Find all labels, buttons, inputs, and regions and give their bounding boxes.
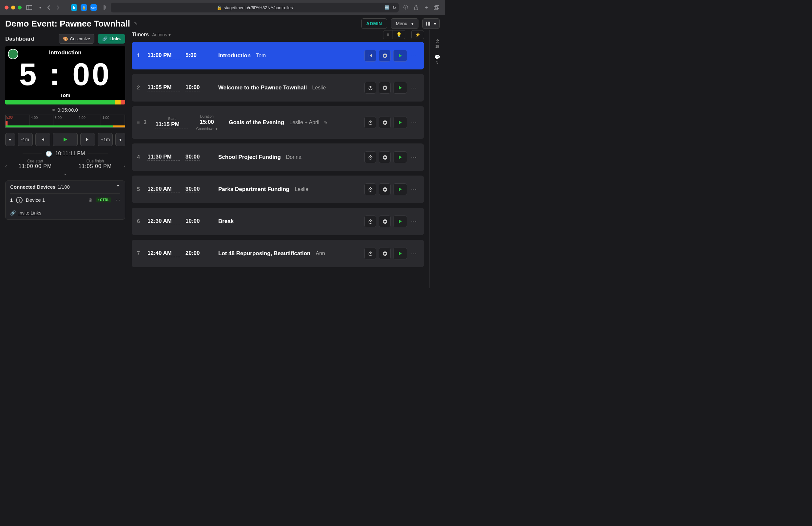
row-more[interactable]: ⋯: [410, 52, 419, 59]
settings-button[interactable]: [379, 82, 391, 94]
timer-row[interactable]: 1 11:00 PM 5:00 Introduction Tom ⋯: [132, 42, 424, 70]
timer-row[interactable]: 2 11:05 PM 10:00 Welcome to the Pawnee T…: [132, 74, 424, 102]
play-button[interactable]: [53, 133, 78, 146]
row-more[interactable]: ⋯: [410, 218, 419, 225]
stopwatch-button[interactable]: [364, 82, 376, 94]
row-more[interactable]: ⋯: [410, 84, 419, 91]
timer-row[interactable]: 7 12:40 AM 20:00 Lot 48 Repurposing, Bea…: [132, 240, 424, 267]
reset-button[interactable]: [364, 50, 376, 62]
timer-row[interactable]: 4 11:30 PM 30:00 School Project Funding …: [132, 144, 424, 171]
timer-title: Introduction: [218, 53, 251, 59]
stopwatch-button[interactable]: [364, 117, 376, 128]
next-cue-button[interactable]: [80, 133, 95, 146]
stopwatch-button[interactable]: [364, 216, 376, 227]
svg-rect-0: [27, 5, 32, 10]
tick-label: 5:00: [6, 116, 12, 119]
maximize-window[interactable]: [18, 5, 21, 10]
mini-timeline[interactable]: 5:00 4:00 3:00 2:00 1:00: [5, 115, 125, 128]
timer-row[interactable]: ≡ 3 Start 11:15 PM Duration 15:00 Countd…: [132, 106, 424, 139]
timer-preview: Introduction 5 : 00 Tom: [5, 46, 125, 104]
minus-dropdown[interactable]: ▾: [5, 133, 15, 146]
timer-start: 12:30 AM: [147, 218, 180, 225]
tab-dropdown[interactable]: [37, 4, 43, 11]
timers-actions[interactable]: Actions ▾: [152, 32, 171, 37]
ext-privacy-icon[interactable]: 🔒: [81, 4, 87, 11]
event-title: Demo Event: Pawnee Townhall: [5, 19, 130, 29]
row-play-button[interactable]: [393, 184, 407, 195]
settings-button[interactable]: [379, 117, 391, 128]
customize-button[interactable]: 🎨 Customize: [59, 34, 95, 44]
timer-row[interactable]: 6 12:30 AM 10:00 Break ⋯: [132, 208, 424, 235]
row-play-button[interactable]: [393, 216, 407, 227]
menu-button[interactable]: Menu▾: [391, 18, 418, 29]
row-play-button[interactable]: [393, 248, 407, 259]
edit-icon[interactable]: ✎: [324, 120, 328, 125]
minimize-window[interactable]: [11, 5, 15, 10]
reload-icon[interactable]: ↻: [393, 5, 396, 10]
edit-title-icon[interactable]: ✎: [134, 21, 138, 26]
stopwatch-button[interactable]: [364, 248, 376, 259]
settings-button[interactable]: [379, 184, 391, 195]
invite-links[interactable]: 🔗 Invite Links: [10, 207, 120, 216]
timer-title: Break: [218, 218, 234, 225]
url-text: stagetimer.io/r/6PAH8ZNA/controller/: [224, 5, 293, 10]
settings-button[interactable]: [379, 216, 391, 227]
row-play-button[interactable]: [393, 151, 407, 163]
device-badge: CTRL: [96, 198, 111, 202]
timer-title: School Project Funding: [218, 154, 281, 160]
elapsed-time: 0:05:00.0: [57, 107, 78, 113]
row-play-button[interactable]: [393, 117, 407, 128]
drag-handle[interactable]: ≡: [137, 120, 140, 125]
settings-button[interactable]: [379, 50, 391, 62]
settings-button[interactable]: [379, 248, 391, 259]
rail-messages[interactable]: 💬 3: [435, 54, 440, 64]
timer-duration: 15:00: [200, 119, 214, 126]
row-more[interactable]: ⋯: [410, 250, 419, 257]
timer-row[interactable]: 5 12:00 AM 30:00 Parks Department Fundin…: [132, 176, 424, 203]
row-more[interactable]: ⋯: [410, 186, 419, 193]
device-menu[interactable]: ⋯: [116, 198, 120, 203]
links-button[interactable]: 🔗 Links: [98, 34, 125, 44]
timer-duration: 10:00: [186, 84, 211, 91]
device-name: Device 1: [26, 197, 45, 203]
tabs-icon[interactable]: [433, 4, 440, 11]
timer-duration: 5:00: [186, 52, 211, 59]
stopwatch-button[interactable]: [364, 151, 376, 163]
row-more[interactable]: ⋯: [410, 119, 419, 126]
nav-back-icon[interactable]: [46, 4, 52, 11]
rail-timers[interactable]: ⏱ 15: [435, 39, 440, 48]
blackout-toggle[interactable]: 💡: [383, 30, 405, 39]
share-icon[interactable]: [412, 4, 420, 12]
row-play-button[interactable]: [393, 50, 407, 62]
new-tab-icon[interactable]: +: [423, 3, 429, 12]
ext-honey-icon[interactable]: h: [71, 4, 77, 11]
svg-rect-4: [435, 5, 439, 9]
settings-button[interactable]: [379, 151, 391, 163]
svg-rect-16: [369, 155, 371, 156]
stopwatch-button[interactable]: [364, 184, 376, 195]
info-icon[interactable]: ⓘ: [402, 3, 409, 12]
admin-button[interactable]: ADMIN: [361, 18, 387, 29]
link-icon: 🔗: [10, 210, 16, 216]
sidebar-toggle-icon[interactable]: [25, 4, 33, 11]
ext-abp-icon[interactable]: ABP: [90, 4, 97, 11]
prev-cue-nav[interactable]: ‹: [5, 163, 7, 169]
timer-start: 12:00 AM: [147, 186, 180, 193]
row-play-button[interactable]: [393, 82, 407, 94]
next-cue-nav[interactable]: ›: [124, 163, 125, 169]
row-more[interactable]: ⋯: [410, 154, 419, 161]
url-bar[interactable]: 🔒 stagetimer.io/r/6PAH8ZNA/controller/ 🔤…: [111, 3, 399, 12]
flash-button[interactable]: ⚡: [411, 30, 424, 39]
columns-button[interactable]: ▾: [422, 18, 440, 29]
prev-cue-button[interactable]: [35, 133, 50, 146]
shield-icon[interactable]: [100, 4, 107, 12]
devices-header[interactable]: Connected Devices 1/100 ⌃: [10, 184, 120, 190]
minus-1m-button[interactable]: -1m: [18, 133, 33, 146]
plus-1m-button[interactable]: +1m: [98, 133, 113, 146]
plus-dropdown[interactable]: ▾: [115, 133, 125, 146]
close-window[interactable]: [4, 5, 9, 10]
expand-clock[interactable]: ⌄: [5, 171, 125, 176]
stopwatch-icon: ⏱: [435, 39, 440, 44]
nav-forward-icon[interactable]: [55, 4, 61, 11]
translate-icon[interactable]: 🔤: [385, 5, 389, 10]
